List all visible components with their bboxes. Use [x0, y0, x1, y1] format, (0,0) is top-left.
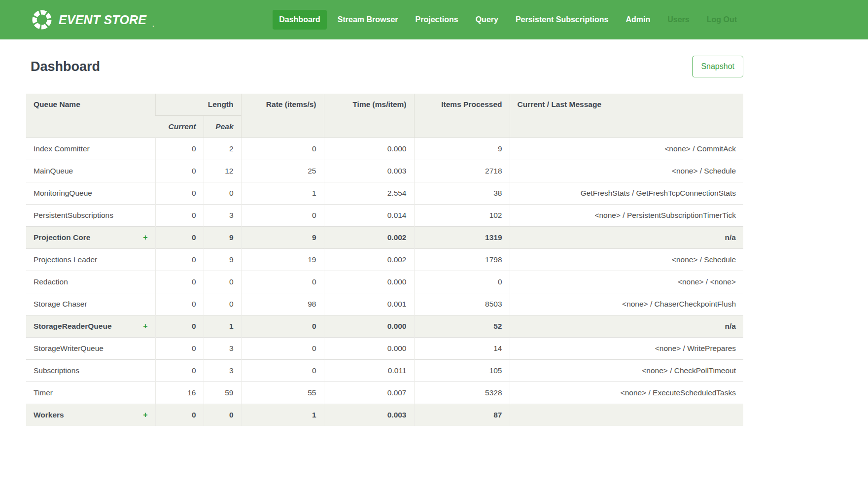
brand-trademark: . [152, 21, 154, 28]
current-length-cell: 0 [155, 337, 204, 359]
nav-item-stream-browser[interactable]: Stream Browser [331, 10, 405, 30]
current-length-cell: 0 [155, 293, 204, 315]
table-row: Subscriptions0300.011105<none> / CheckPo… [26, 359, 743, 382]
page-title: Dashboard [31, 59, 100, 74]
items-processed-cell: 8503 [414, 293, 510, 315]
current-length-cell: 0 [155, 138, 204, 160]
peak-length-cell: 9 [204, 226, 241, 248]
nav-item-persistent-subscriptions[interactable]: Persistent Subscriptions [509, 10, 615, 30]
current-length-cell: 0 [155, 226, 204, 248]
time-cell: 0.000 [324, 315, 414, 337]
peak-length-cell: 2 [204, 138, 241, 160]
current-last-message-cell: <none> / ChaserCheckpointFlush [510, 293, 743, 315]
time-cell: 0.002 [324, 226, 414, 248]
table-row: Index Committer0200.0009<none> / CommitA… [26, 138, 743, 160]
current-last-message-cell: <none> / CheckPollTimeout [510, 359, 743, 382]
queues-table: Queue Name Length Rate (items/s) Time (m… [26, 94, 743, 426]
queue-name: MainQueue [34, 167, 73, 175]
current-last-message-cell: <none> / WritePrepares [510, 337, 743, 359]
items-processed-cell: 102 [414, 204, 510, 226]
current-last-message-cell: n/a [510, 226, 743, 248]
expand-plus-icon[interactable]: + [143, 233, 147, 242]
nav-item-query[interactable]: Query [469, 10, 505, 30]
table-row: Timer1659550.0075328<none> / ExecuteSche… [26, 382, 743, 404]
table-row: MainQueue012250.0032718<none> / Schedule [26, 160, 743, 182]
queue-name: StorageWriterQueue [34, 344, 104, 352]
items-processed-cell: 14 [414, 337, 510, 359]
queue-name: Projection Core [34, 233, 90, 242]
queue-name-cell: Subscriptions [26, 359, 155, 382]
time-cell: 2.554 [324, 182, 414, 204]
rate-cell: 1 [241, 404, 324, 426]
current-last-message-cell: <none> / Schedule [510, 248, 743, 271]
header-time: Time (ms/item) [324, 94, 414, 138]
top-navigation-bar: EVENT STORE. Dashboard Stream Browser Pr… [0, 0, 868, 39]
nav-item-admin[interactable]: Admin [619, 10, 657, 30]
current-last-message-cell: <none> / ExecuteScheduledTasks [510, 382, 743, 404]
time-cell: 0.003 [324, 160, 414, 182]
queue-name: Workers [34, 411, 64, 419]
nav-item-dashboard[interactable]: Dashboard [273, 10, 327, 30]
expand-plus-icon[interactable]: + [143, 322, 147, 331]
peak-length-cell: 3 [204, 204, 241, 226]
current-last-message-cell: n/a [510, 315, 743, 337]
rate-cell: 25 [241, 160, 324, 182]
queues-table-head: Queue Name Length Rate (items/s) Time (m… [26, 94, 743, 138]
table-row: StorageWriterQueue0300.00014<none> / Wri… [26, 337, 743, 359]
queue-name: Redaction [34, 278, 68, 286]
current-length-cell: 0 [155, 404, 204, 426]
current-length-cell: 0 [155, 271, 204, 293]
items-processed-cell: 1319 [414, 226, 510, 248]
peak-length-cell: 1 [204, 315, 241, 337]
items-processed-cell: 52 [414, 315, 510, 337]
items-processed-cell: 38 [414, 182, 510, 204]
header-length: Length [155, 94, 241, 115]
nav-item-projections[interactable]: Projections [409, 10, 465, 30]
time-cell: 0.011 [324, 359, 414, 382]
table-row: Projection Core+0990.0021319n/a [26, 226, 743, 248]
items-processed-cell: 0 [414, 271, 510, 293]
header-rate: Rate (items/s) [241, 94, 324, 138]
peak-length-cell: 0 [204, 293, 241, 315]
queue-name-cell: PersistentSubscriptions [26, 204, 155, 226]
time-cell: 0.000 [324, 337, 414, 359]
peak-length-cell: 3 [204, 337, 241, 359]
queue-name-cell: StorageWriterQueue [26, 337, 155, 359]
header-peak: Peak [204, 115, 241, 138]
current-length-cell: 0 [155, 204, 204, 226]
time-cell: 0.007 [324, 382, 414, 404]
peak-length-cell: 9 [204, 248, 241, 271]
table-row: Storage Chaser00980.0018503<none> / Chas… [26, 293, 743, 315]
peak-length-cell: 59 [204, 382, 241, 404]
brand-logo[interactable]: EVENT STORE. [31, 8, 154, 31]
header-current-last-message: Current / Last Message [510, 94, 743, 138]
queue-name-cell: MainQueue [26, 160, 155, 182]
queue-name-cell: Redaction [26, 271, 155, 293]
current-last-message-cell: GetFreshStats / GetFreshTcpConnectionSta… [510, 182, 743, 204]
queue-name-cell: Projections Leader [26, 248, 155, 271]
header-queue-name: Queue Name [26, 94, 155, 138]
queue-name: Timer [34, 388, 53, 397]
items-processed-cell: 105 [414, 359, 510, 382]
table-row: Redaction0000.0000<none> / <none> [26, 271, 743, 293]
current-length-cell: 16 [155, 382, 204, 404]
queue-name: MonitoringQueue [34, 189, 92, 197]
items-processed-cell: 2718 [414, 160, 510, 182]
page-header: Dashboard Snapshot [26, 54, 743, 79]
expand-plus-icon[interactable]: + [143, 411, 147, 419]
snapshot-button[interactable]: Snapshot [692, 56, 743, 77]
peak-length-cell: 0 [204, 271, 241, 293]
current-length-cell: 0 [155, 160, 204, 182]
queue-name-cell: StorageReaderQueue+ [26, 315, 155, 337]
peak-length-cell: 0 [204, 404, 241, 426]
items-processed-cell: 87 [414, 404, 510, 426]
rate-cell: 0 [241, 271, 324, 293]
queue-name: Index Committer [34, 144, 90, 153]
rate-cell: 19 [241, 248, 324, 271]
queue-name: PersistentSubscriptions [34, 211, 113, 219]
queue-name: Storage Chaser [34, 300, 87, 308]
nav-item-users[interactable]: Users [661, 10, 695, 30]
nav-item-log-out[interactable]: Log Out [700, 10, 743, 30]
current-length-cell: 0 [155, 182, 204, 204]
time-cell: 0.000 [324, 271, 414, 293]
